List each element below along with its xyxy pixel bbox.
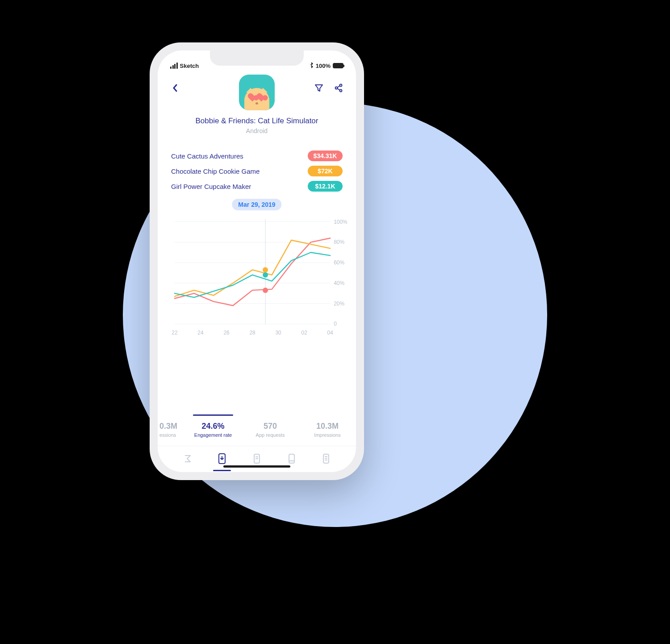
metric-label: Impressions bbox=[301, 432, 354, 438]
svg-text:60%: 60% bbox=[334, 259, 344, 266]
home-indicator[interactable] bbox=[223, 465, 290, 468]
tab-phone-down[interactable] bbox=[217, 453, 227, 466]
phone-frame: Sketch 100% bbox=[150, 42, 364, 480]
device-1-icon bbox=[253, 453, 261, 466]
svg-text:80%: 80% bbox=[334, 239, 344, 245]
metric-value: 24.6% bbox=[186, 422, 240, 431]
svg-text:40%: 40% bbox=[334, 280, 344, 286]
metric-label: App requests bbox=[243, 432, 297, 438]
svg-text:22: 22 bbox=[172, 330, 178, 336]
phone-screen: Sketch 100% bbox=[158, 50, 356, 472]
metric-label: essions bbox=[159, 432, 183, 438]
device-2-icon bbox=[288, 453, 296, 466]
tab-device-2[interactable] bbox=[286, 453, 297, 466]
metric-tab[interactable]: 0.3M essions bbox=[158, 415, 184, 446]
metric-label: Engagement rate bbox=[186, 432, 240, 438]
chart-date-pill[interactable]: Mar 29, 2019 bbox=[232, 199, 281, 210]
svg-text:100%: 100% bbox=[334, 219, 348, 225]
sigma-icon bbox=[183, 454, 193, 465]
svg-text:24: 24 bbox=[197, 330, 204, 336]
device-3-icon bbox=[322, 453, 330, 466]
battery-pct: 100% bbox=[316, 63, 331, 69]
svg-text:28: 28 bbox=[249, 330, 255, 336]
legend: Cute Cactus Adventures $34.31K Chocolate… bbox=[158, 138, 356, 198]
metric-tab[interactable]: 24.6% Engagement rate bbox=[184, 415, 242, 446]
tab-bar bbox=[158, 446, 356, 472]
legend-row[interactable]: Chocolate Chip Cookie Game $72K bbox=[171, 166, 343, 176]
legend-label: Chocolate Chip Cookie Game bbox=[171, 167, 260, 175]
legend-label: Cute Cactus Adventures bbox=[171, 152, 243, 160]
svg-text:02: 02 bbox=[302, 330, 308, 336]
metric-value: 0.3M bbox=[159, 422, 183, 431]
metric-tab[interactable]: 570 App requests bbox=[242, 415, 299, 446]
chart: Mar 29, 2019 020%40%60%80%100%2224262830… bbox=[158, 198, 356, 346]
legend-value-badge: $34.31K bbox=[308, 151, 343, 161]
metrics-row: 0.3M essions24.6% Engagement rate570 App… bbox=[158, 411, 356, 446]
svg-text:26: 26 bbox=[223, 330, 230, 336]
legend-row[interactable]: Cute Cactus Adventures $34.31K bbox=[171, 151, 343, 161]
svg-text:04: 04 bbox=[327, 330, 334, 336]
svg-text:0: 0 bbox=[334, 321, 337, 327]
legend-label: Girl Power Cupcake Maker bbox=[171, 183, 251, 190]
battery-icon bbox=[333, 63, 343, 68]
tab-sigma[interactable] bbox=[182, 453, 193, 466]
metric-value: 570 bbox=[243, 422, 297, 431]
metric-tab[interactable]: 10.3M Impressions bbox=[299, 415, 356, 446]
app-title: Bobbie & Friends: Cat Life Simulator bbox=[167, 117, 347, 125]
app-header: Bobbie & Friends: Cat Life Simulator And… bbox=[158, 97, 356, 138]
filter-button[interactable] bbox=[314, 83, 324, 93]
share-button[interactable] bbox=[334, 83, 343, 93]
signal-icon bbox=[170, 63, 178, 69]
svg-text:30: 30 bbox=[275, 330, 281, 336]
legend-value-badge: $12.1K bbox=[308, 181, 343, 192]
carrier-label: Sketch bbox=[180, 63, 199, 69]
notch bbox=[210, 50, 304, 66]
app-icon[interactable] bbox=[239, 75, 275, 110]
svg-point-23 bbox=[263, 288, 268, 293]
legend-row[interactable]: Girl Power Cupcake Maker $12.1K bbox=[171, 181, 343, 192]
line-chart-svg[interactable]: 020%40%60%80%100%22242628300204 bbox=[170, 206, 348, 344]
back-button[interactable] bbox=[170, 83, 180, 93]
svg-point-25 bbox=[263, 272, 268, 278]
metric-value: 10.3M bbox=[301, 422, 354, 431]
svg-rect-30 bbox=[289, 454, 294, 463]
app-platform: Android bbox=[167, 127, 347, 134]
legend-value-badge: $72K bbox=[308, 166, 343, 176]
bluetooth-icon bbox=[309, 62, 314, 70]
svg-point-24 bbox=[263, 267, 268, 272]
tab-device-3[interactable] bbox=[321, 453, 331, 466]
svg-text:20%: 20% bbox=[334, 301, 344, 307]
phone-down-icon bbox=[218, 453, 226, 466]
tab-device-1[interactable] bbox=[251, 453, 262, 466]
